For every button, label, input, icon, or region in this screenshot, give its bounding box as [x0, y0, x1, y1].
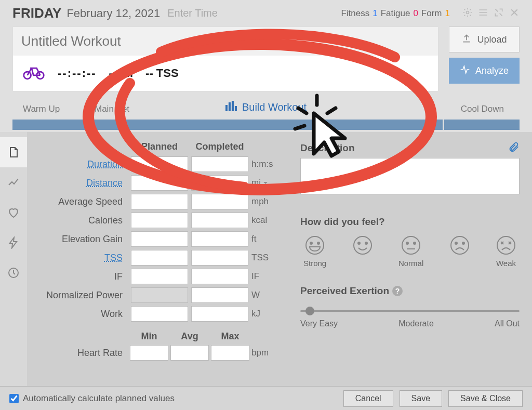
face-smile[interactable]	[352, 235, 373, 268]
menu-icon[interactable]	[478, 7, 488, 20]
tab-summary[interactable]	[0, 137, 27, 167]
completed-input[interactable]	[191, 306, 248, 322]
planned-input[interactable]	[131, 306, 188, 322]
face-label	[459, 259, 461, 268]
form-value: 1	[445, 8, 450, 19]
save-close-button[interactable]: Save & Close	[448, 390, 523, 407]
slider-easy-label: Very Easy	[300, 319, 338, 328]
completed-input[interactable]	[191, 175, 248, 191]
tab-time[interactable]	[0, 258, 27, 288]
tab-heart[interactable]	[0, 197, 27, 228]
face-neutral[interactable]: Normal	[398, 235, 423, 268]
summary-row: WorkkJ	[39, 306, 283, 322]
footer-bar: Automatically calculate planned values C…	[0, 386, 532, 410]
upload-button[interactable]: Upload	[449, 27, 520, 52]
completed-input[interactable]	[191, 231, 248, 247]
slider-thumb[interactable]	[305, 307, 314, 315]
fatigue-label: Fatigue	[381, 8, 410, 19]
tss-placeholder: -- TSS	[145, 67, 179, 80]
cancel-button[interactable]: Cancel	[343, 390, 393, 407]
build-workout-link[interactable]: Build Workout	[225, 101, 307, 114]
paperclip-icon[interactable]	[508, 141, 520, 155]
row-calories-label: Calories	[39, 215, 128, 226]
planned-input[interactable]	[131, 250, 188, 266]
exertion-slider[interactable]	[300, 310, 520, 312]
slider-moderate-label: Moderate	[398, 319, 434, 328]
hr-min-input[interactable]	[130, 345, 168, 361]
completed-input[interactable]	[191, 194, 248, 209]
description-textarea[interactable]	[300, 158, 520, 194]
phase-cooldown-label[interactable]: Cool Down	[461, 104, 504, 114]
hr-unit: bpm	[251, 348, 277, 358]
phase-bars[interactable]	[12, 120, 520, 130]
completed-input[interactable]	[191, 156, 248, 172]
planned-input[interactable]	[131, 287, 188, 303]
phase-bar-mainset[interactable]	[89, 120, 442, 130]
hr-max-input[interactable]	[211, 345, 249, 361]
save-button[interactable]: Save	[400, 390, 442, 407]
completed-input[interactable]	[191, 269, 248, 284]
date-label: February 12, 2021	[66, 7, 160, 20]
feel-faces: Strong Normal Weak	[300, 235, 520, 268]
planned-input[interactable]	[131, 231, 188, 247]
unit-label: h:m:s	[251, 159, 283, 169]
unit-label[interactable]: mi	[251, 178, 283, 188]
completed-input[interactable]	[191, 250, 248, 266]
fitness-metrics: Fitness 1 Fatigue 0 Form 1	[341, 8, 450, 19]
summary-row: Normalized PowerW	[39, 287, 283, 303]
summary-row: Average Speedmph	[39, 194, 283, 209]
unit-label: mph	[251, 196, 283, 207]
gear-icon[interactable]	[462, 7, 473, 20]
description-label: Description	[300, 142, 355, 154]
face-label: Strong	[303, 259, 326, 268]
unit-label: TSS	[251, 253, 283, 263]
auto-checkbox-input[interactable]	[9, 394, 19, 403]
svg-rect-4	[229, 102, 231, 111]
phase-bar-warmup[interactable]	[12, 120, 88, 130]
enter-time-link[interactable]: Enter Time	[167, 7, 218, 19]
phase-mainset-label[interactable]: Main Set	[95, 104, 129, 114]
row-tss-label[interactable]: TSS	[39, 253, 128, 263]
unit-label: W	[251, 290, 283, 300]
face-label: Weak	[496, 259, 516, 268]
planned-input[interactable]	[131, 175, 188, 191]
help-icon[interactable]: ?	[392, 286, 403, 296]
hr-min-hdr: Min	[130, 331, 168, 342]
bike-icon	[22, 63, 45, 84]
face-frown[interactable]	[449, 235, 470, 268]
tab-chart[interactable]	[0, 167, 27, 197]
planned-input[interactable]	[131, 213, 188, 228]
unit-label: kcal	[251, 215, 283, 226]
workout-title-input[interactable]	[13, 27, 438, 56]
auto-checkbox[interactable]: Automatically calculate planned values	[9, 393, 175, 404]
hr-avg-input[interactable]	[170, 345, 209, 361]
exertion-label: Perceived Exertion	[300, 285, 389, 297]
planned-input[interactable]	[131, 156, 188, 172]
unit-label: kJ	[251, 309, 283, 319]
phase-warmup-label[interactable]: Warm Up	[23, 104, 60, 114]
svg-rect-3	[225, 105, 228, 111]
svg-point-16	[414, 242, 416, 244]
planned-input[interactable]	[131, 194, 188, 209]
expand-icon[interactable]	[494, 7, 504, 20]
completed-input[interactable]	[191, 213, 248, 228]
hdr-planned: Planned	[131, 141, 188, 152]
row-distance-label[interactable]: Distance	[39, 178, 128, 189]
summary-row: TSSTSS	[39, 250, 283, 266]
analyze-button[interactable]: Analyze	[449, 58, 520, 84]
planned-input[interactable]	[131, 269, 188, 284]
summary-row: Calorieskcal	[39, 213, 283, 228]
face-grin[interactable]: Strong	[303, 235, 326, 268]
face-dead[interactable]: Weak	[496, 235, 516, 268]
close-icon[interactable]	[509, 7, 520, 20]
hr-label: Heart Rate	[39, 348, 128, 359]
tab-power[interactable]	[0, 228, 27, 258]
right-column: Description How did you feel? Strong Nor…	[300, 141, 520, 361]
face-label: Normal	[398, 259, 423, 268]
build-workout-label: Build Workout	[242, 101, 307, 113]
row-duration-label[interactable]: Duration	[39, 159, 128, 170]
summary-row: Elevation Gainft	[39, 231, 283, 247]
completed-input[interactable]	[191, 287, 248, 303]
summary-row: Distancemi	[39, 175, 283, 191]
phase-bar-cooldown[interactable]	[444, 120, 520, 130]
